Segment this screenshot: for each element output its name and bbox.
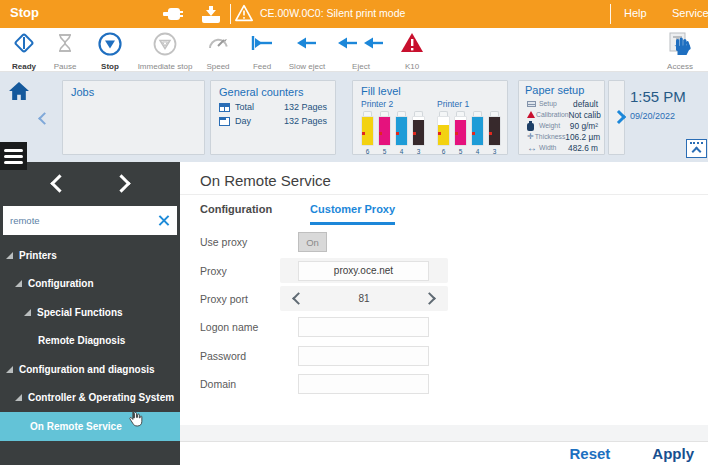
dashboard-collapse-button[interactable]: [686, 139, 707, 158]
chevron-up-icon: [692, 147, 702, 157]
ink-tank-yellow: 6: [361, 111, 374, 155]
alert-banner[interactable]: CE.00W.0C0: Silent print mode: [234, 4, 405, 22]
nav-forward-icon[interactable]: [112, 174, 130, 192]
reset-button[interactable]: Reset: [569, 445, 610, 462]
ready-diamond-icon: [12, 31, 36, 55]
sidebar-search[interactable]: [3, 206, 177, 235]
pause-button[interactable]: Pause: [44, 31, 86, 71]
total-counter-icon: [219, 103, 230, 112]
grip-dots-icon: [690, 142, 703, 144]
sidebar-item-special-functions[interactable]: Special Functions: [0, 298, 180, 327]
feed-button[interactable]: Feed: [240, 31, 284, 71]
dashboard-scroll-right[interactable]: [608, 80, 625, 155]
sidebar-item-configuration-and-diagnosis[interactable]: Configuration and diagnosis: [0, 355, 180, 384]
stop-circle-icon: [97, 31, 123, 57]
stop-button[interactable]: Stop: [88, 31, 132, 71]
dashboard-scroll-left-icon[interactable]: [38, 112, 51, 125]
slow-eject-arrow-icon: [294, 31, 320, 55]
calibration-warning-icon: [527, 111, 535, 118]
printer-status-label: Stop: [10, 5, 39, 20]
stepper-decrement-icon[interactable]: [292, 293, 305, 306]
tab-configuration[interactable]: Configuration: [200, 195, 272, 225]
form-row-proxy-port: Proxy port 81: [180, 285, 708, 313]
counter-row-total: Total 132 Pages: [219, 102, 327, 112]
tab-bar: Configuration Customer Proxy: [180, 195, 708, 225]
k10-warning-triangle-icon: [399, 31, 425, 55]
feed-arrow-icon: [248, 31, 276, 55]
immediate-stop-icon: [152, 31, 178, 57]
dashboard-scroll-right-icon: [612, 110, 626, 124]
nav-back-icon[interactable]: [50, 174, 68, 192]
eject-arrows-icon: [335, 31, 387, 55]
paper-row-thickness: ✛ Thickness 106.2 µm: [527, 131, 598, 142]
proxy-input[interactable]: [298, 261, 429, 281]
counters-card-title: General counters: [211, 81, 335, 98]
help-button[interactable]: Help: [624, 7, 647, 19]
access-button[interactable]: Access: [656, 31, 704, 71]
sidebar-item-printers[interactable]: Printers: [0, 241, 180, 270]
clear-search-icon[interactable]: [157, 214, 170, 227]
speed-button[interactable]: Speed: [196, 31, 240, 71]
weight-icon: [527, 121, 538, 131]
paper-row-setup: Setup default: [527, 98, 598, 109]
proxy-port-value[interactable]: 81: [358, 293, 369, 304]
sidebar-item-remote-diagnosis[interactable]: Remote Diagnosis: [0, 327, 180, 356]
ink-tank-black: 3: [412, 111, 425, 155]
apply-button[interactable]: Apply: [652, 445, 694, 462]
use-proxy-toggle[interactable]: On: [298, 232, 327, 252]
thickness-icon: ✛: [527, 132, 534, 141]
ink-tank-magenta: 5: [454, 111, 467, 155]
clock: 1:55 PM 09/20/2022: [630, 88, 686, 121]
general-counters-card[interactable]: General counters Total 132 Pages Day 132…: [210, 80, 336, 155]
k10-alert-button[interactable]: K10: [390, 31, 434, 71]
clock-date: 09/20/2022: [630, 111, 686, 121]
day-counter-icon: [219, 117, 230, 126]
logon-name-input[interactable]: [298, 317, 429, 337]
warning-triangle-icon: [234, 4, 254, 22]
menu-hamburger-button[interactable]: [0, 142, 27, 170]
search-input[interactable]: [10, 215, 157, 226]
ready-button[interactable]: Ready: [2, 31, 46, 71]
ink-tank-cyan: 4: [395, 111, 408, 155]
jobs-card[interactable]: Jobs: [62, 80, 205, 155]
tree-expand-icon: [24, 309, 31, 316]
eject-button[interactable]: Eject: [332, 31, 390, 71]
domain-input[interactable]: [298, 374, 429, 394]
service-button[interactable]: Service: [672, 7, 708, 19]
printer-control-screen: Stop CE.00W.0C0: Silent print mode Help …: [0, 0, 708, 465]
connection-plug-icon[interactable]: [160, 3, 186, 25]
sidebar-item-configuration[interactable]: Configuration: [0, 270, 180, 299]
topbar-separator: [230, 4, 231, 24]
sidebar-item-on-remote-service[interactable]: On Remote Service: [0, 412, 180, 441]
immediate-stop-button[interactable]: Immediate stop: [130, 31, 200, 71]
proxy-port-stepper: 81: [280, 286, 448, 311]
paper-row-width: ↔ Width 482.6 m: [527, 142, 598, 153]
paper-setup-card[interactable]: Paper setup Setup default Calibration No…: [518, 80, 605, 155]
form-footer: Reset Apply: [180, 441, 708, 465]
media-load-icon[interactable]: [198, 3, 224, 25]
password-input[interactable]: [298, 346, 429, 366]
topbar-separator: [610, 4, 611, 24]
form-row-domain: Domain: [180, 370, 708, 398]
jobs-card-title: Jobs: [63, 81, 204, 98]
counter-row-day: Day 132 Pages: [219, 116, 327, 126]
main-panel: On Remote Service Configuration Customer…: [180, 162, 708, 465]
pause-hourglass-icon: [53, 31, 77, 55]
fill-level-card[interactable]: Fill level Printer 2 6 5 4 3 Printer 1 6: [352, 80, 508, 155]
width-icon: ↔: [527, 142, 538, 153]
tree-expand-icon: [15, 394, 22, 401]
printer-1-fill-group: Printer 1 6 5 4 3: [437, 99, 501, 155]
stepper-increment-icon[interactable]: [423, 293, 436, 306]
tree-expand-icon: [15, 280, 22, 287]
form-row-proxy: Proxy: [180, 256, 708, 284]
sidebar-item-controller-operating-system[interactable]: Controller & Operating System: [0, 384, 180, 413]
hand-cursor-icon: [126, 408, 144, 428]
slow-eject-button[interactable]: Slow eject: [280, 31, 334, 71]
home-icon[interactable]: [8, 81, 30, 101]
tab-customer-proxy[interactable]: Customer Proxy: [310, 195, 395, 225]
fill-level-card-title: Fill level: [353, 81, 507, 97]
ink-tank-magenta: 5: [378, 111, 391, 155]
navigation-sidebar: Printers Configuration Special Functions…: [0, 162, 180, 465]
paper-setup-card-title: Paper setup: [519, 81, 604, 96]
form-row-use-proxy: Use proxy On: [180, 228, 708, 256]
